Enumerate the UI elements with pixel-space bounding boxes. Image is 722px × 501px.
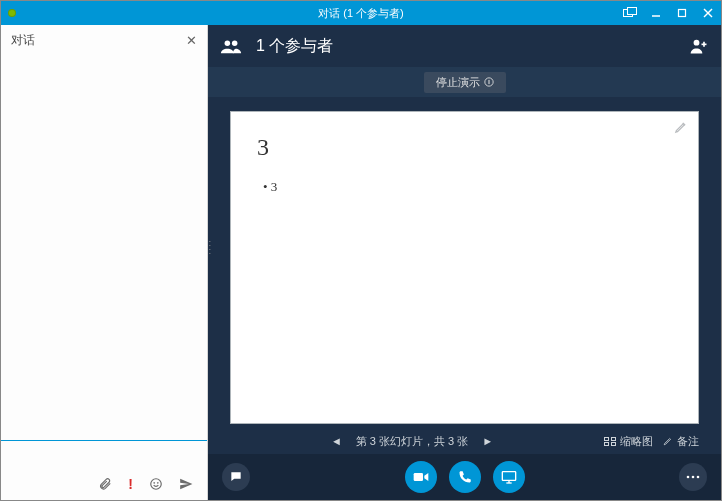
svg-rect-3 xyxy=(679,10,686,17)
title-bar: 对话 (1 个参与者) xyxy=(1,1,721,25)
conversation-header: 对话 ✕ xyxy=(1,25,207,55)
stage: 1 个参与者 停止演示 3 3 xyxy=(208,25,721,500)
call-toolbar xyxy=(208,454,721,500)
svg-point-8 xyxy=(157,483,158,484)
stop-presentation-label: 停止演示 xyxy=(436,75,480,90)
thumbnails-icon xyxy=(604,437,616,446)
svg-point-11 xyxy=(694,40,700,46)
minimize-button[interactable] xyxy=(643,1,669,25)
window-title: 对话 (1 个参与者) xyxy=(1,6,721,21)
conversation-header-label: 对话 xyxy=(11,32,35,49)
video-button[interactable] xyxy=(405,461,437,493)
slide-status: 第 3 张幻灯片，共 3 张 xyxy=(356,434,468,449)
stop-presentation-bar: 停止演示 xyxy=(208,67,721,97)
app-window: 对话 (1 个参与者) 对话 ✕ ···· xyxy=(0,0,722,501)
participants-label: 1 个参与者 xyxy=(256,36,333,57)
svg-point-24 xyxy=(687,476,690,479)
priority-icon[interactable]: ! xyxy=(128,476,133,492)
popout-button[interactable] xyxy=(617,1,643,25)
body: 对话 ✕ ···· ! xyxy=(1,25,721,500)
present-button[interactable] xyxy=(493,461,525,493)
next-slide-button[interactable]: ► xyxy=(478,435,497,447)
svg-point-25 xyxy=(692,476,695,479)
svg-rect-21 xyxy=(502,472,515,481)
message-toolbar: ! xyxy=(1,472,207,500)
chat-icon xyxy=(229,470,243,484)
slide-nav: ◄ 第 3 张幻灯片，共 3 张 ► 缩略图 备注 xyxy=(208,430,721,454)
stop-presentation-button[interactable]: 停止演示 xyxy=(424,72,506,93)
pencil-icon[interactable] xyxy=(674,120,688,138)
svg-point-26 xyxy=(697,476,700,479)
svg-point-9 xyxy=(225,41,231,47)
slide-area: 3 3 xyxy=(208,97,721,430)
close-conversation-button[interactable]: ✕ xyxy=(186,34,197,47)
maximize-button[interactable] xyxy=(669,1,695,25)
svg-point-10 xyxy=(232,41,238,47)
window-controls xyxy=(617,1,721,25)
message-input-wrap xyxy=(1,440,207,472)
more-button[interactable] xyxy=(679,463,707,491)
emoji-icon[interactable] xyxy=(149,477,163,491)
svg-rect-17 xyxy=(612,437,616,440)
prev-slide-button[interactable]: ◄ xyxy=(327,435,346,447)
svg-point-7 xyxy=(154,483,155,484)
thumbnails-label: 缩略图 xyxy=(620,434,653,449)
add-person-button[interactable] xyxy=(689,38,709,54)
call-icon xyxy=(457,470,472,485)
send-icon[interactable] xyxy=(179,477,193,491)
thumbnails-button[interactable]: 缩略图 xyxy=(604,434,653,449)
close-button[interactable] xyxy=(695,1,721,25)
svg-rect-20 xyxy=(413,473,422,481)
slide-frame[interactable]: 3 3 xyxy=(230,111,699,424)
notes-button[interactable]: 备注 xyxy=(663,434,699,449)
paperclip-icon[interactable] xyxy=(98,477,112,491)
participants-icon[interactable] xyxy=(220,38,242,54)
svg-rect-18 xyxy=(605,442,609,445)
video-icon xyxy=(413,471,429,483)
stage-header: 1 个参与者 xyxy=(208,25,721,67)
message-input[interactable] xyxy=(9,449,199,464)
slide-heading: 3 xyxy=(257,134,672,161)
conversation-history: ···· xyxy=(1,55,207,440)
presence-indicator xyxy=(1,9,23,17)
info-icon xyxy=(484,77,494,87)
call-button[interactable] xyxy=(449,461,481,493)
svg-rect-1 xyxy=(628,8,637,15)
chat-button[interactable] xyxy=(222,463,250,491)
svg-rect-19 xyxy=(612,442,616,445)
notes-icon xyxy=(663,436,673,446)
present-icon xyxy=(501,470,517,484)
slide-bullet: 3 xyxy=(263,179,672,195)
splitter-handle[interactable]: ···· xyxy=(209,240,211,256)
notes-label: 备注 xyxy=(677,434,699,449)
more-icon xyxy=(686,475,700,479)
presence-dot xyxy=(8,9,16,17)
svg-point-6 xyxy=(151,479,162,490)
conversation-panel: 对话 ✕ ···· ! xyxy=(1,25,208,500)
svg-rect-16 xyxy=(605,437,609,440)
